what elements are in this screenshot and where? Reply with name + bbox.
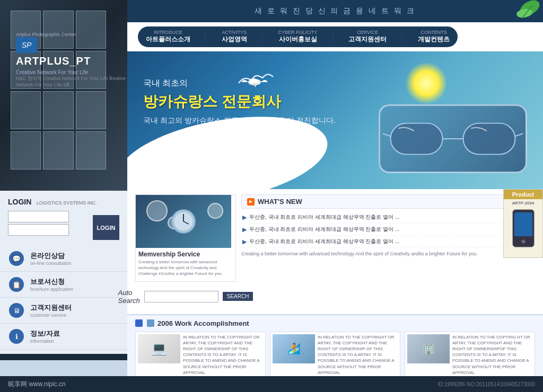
svg-line-9 [515, 133, 523, 136]
news-text-1: 두산중, 국내 최초로 리비아 세계최대급 해상무역 진출로 열어 ... [249, 213, 507, 221]
svg-line-8 [383, 133, 391, 136]
tagline: Creative Network For Your Life [16, 69, 127, 75]
work-icon-2 [147, 319, 154, 327]
window-cell [76, 91, 106, 129]
hero-highlight: 방카슈랑스 전문회사 [143, 92, 336, 112]
product-image [506, 207, 540, 250]
brochure-icon-box: 📋 [8, 276, 25, 293]
news-text-3: 두산중, 국내 최초로 리비아 세계최대급 해상무역 진출로 열어 ... [249, 238, 507, 245]
nav-ko-activity: 사업영역 [222, 35, 247, 44]
menu-en-consultation: on-line consultation [30, 261, 72, 266]
login-section: LOGIN LOGISTICS SYSTEMS INC. LOGIN [0, 191, 127, 242]
side-menu: 💬 온라인상담 on-line consultation 📋 브로셔신청 bro… [0, 242, 127, 354]
nav-ko-introduce: 아트플러스소개 [146, 35, 190, 44]
nav-en-contents: CONTENTS [418, 30, 450, 35]
news-item-1[interactable]: ▶ 두산중, 국내 최초로 리비아 세계최대급 해상무역 진출로 열어 ... … [241, 211, 535, 224]
menu-item-info[interactable]: ℹ 정보/자료 information [0, 324, 127, 350]
login-pw-input[interactable] [8, 224, 69, 236]
main-area: 새 로 워 진 당 신 의 금 융 네 트 워 크 INTRODUCE 아트플러… [127, 0, 543, 392]
nav-ko-cyber: 사이버홍보실 [278, 35, 318, 44]
leaf-decoration [509, 0, 540, 26]
content-area: Memvership Service Creating a better tom… [127, 189, 543, 314]
login-title: LOGIN [8, 198, 31, 206]
customer-icon-box: 🖥 [8, 302, 25, 319]
hero-nav: INTRODUCE 아트플러스소개 │ ACTIVITYS 사업영역 │ CYB… [127, 22, 543, 51]
nav-item-activity[interactable]: ACTIVITYS 사업영역 [222, 30, 247, 44]
window-cell [43, 91, 73, 129]
bottom-logo: 昵享网 www.nipic.cn [8, 380, 66, 389]
work-thumb-laptop: 💻 [138, 334, 180, 363]
hero-nav-pill: INTRODUCE 아트플러스소개 │ ACTIVITYS 사업영역 │ CYB… [138, 26, 458, 47]
whats-new-icon: ▶ [247, 198, 255, 206]
news-item-2[interactable]: ▶ 두산중, 국내 최초로 리비아 세계최대급 해상무역 진출로 열어 ... … [241, 224, 535, 236]
consultation-icon: 💬 [9, 251, 24, 266]
nav-item-cervice[interactable]: CERVICE 고객지원센터 [348, 30, 387, 44]
glasses-visual [379, 104, 527, 173]
hero-banner: 국내 최초의 방카슈랑스 전문회사 국내 최고의 방카슈랑스 전문회사로 한걸음… [127, 51, 543, 189]
auto-search-input[interactable] [144, 291, 218, 302]
window-cell [11, 131, 41, 170]
nav-item-introduce[interactable]: INTRODUCE 아트플러스소개 [146, 30, 190, 44]
nav-divider-3: │ [331, 33, 336, 41]
customer-icon: 🖥 [9, 303, 24, 318]
nav-en-cervice: CERVICE [348, 30, 387, 35]
membership-image [136, 195, 231, 248]
nav-item-contents[interactable]: CONTENTS 개발컨텐츠 [418, 30, 450, 44]
nav-ko-contents: 개발컨텐츠 [418, 35, 450, 44]
nav-en-activity: ACTIVITYS [222, 30, 247, 35]
menu-item-customer[interactable]: 🖥 고객지원센터 customer cervice [0, 298, 127, 324]
work-title: 2006 Work Accomplishment [157, 319, 249, 327]
top-nav-text: 새 로 워 진 당 신 의 금 융 네 트 워 크 [255, 6, 416, 16]
news-text-2: 두산중, 국내 최초로 리비아 세계최대급 해상무역 진출로 열어 ... [249, 226, 507, 233]
logo-sub: H&C 창의적 Creative Network For Your Life Ⅱ… [16, 75, 127, 87]
nav-en-introduce: INTRODUCE [146, 30, 190, 35]
auto-search-label: Auto Search [118, 289, 140, 305]
menu-item-brochure[interactable]: 📋 브로셔신청 brochure application [0, 272, 127, 298]
news-bullet-3: ▶ [242, 238, 247, 245]
work-thumb-building: 🏢 [407, 334, 450, 363]
window-cell [76, 131, 106, 170]
work-header: 2006 Work Accomplishment [135, 319, 535, 327]
product-id: ARTP-2094 [504, 199, 542, 207]
whats-new-title: WHAT'S NEW [258, 198, 508, 206]
logo-icon: SP [16, 37, 37, 53]
right-content: ▶ WHAT'S NEW MORE ▶ ▶ 두산중, 국내 최초로 리비아 세계… [241, 194, 535, 309]
left-content: Memvership Service Creating a better tom… [135, 194, 236, 309]
svg-rect-15 [514, 212, 532, 236]
nav-item-cyber[interactable]: CYBER PULICITY 사이버홍보실 [278, 30, 318, 44]
hero-sun [405, 62, 448, 104]
work-text-3: IN RELATION TO THE COPYRIG HT OR ARTAY, … [452, 334, 532, 376]
news-description: Creating a better tomorrow with advanced… [241, 251, 535, 257]
menu-ko-info: 정보/자료 [30, 329, 60, 338]
menu-text-customer: 고객지원센터 customer cervice [30, 303, 72, 318]
product-label: Product [504, 190, 542, 199]
news-item-3[interactable]: ▶ 두산중, 국내 최초로 리비아 세계최대급 해상무역 진출로 열어 ... … [241, 236, 535, 248]
auto-search-bar: Auto Search SEARCH [135, 284, 236, 309]
bottom-bar: 昵享网 www.nipic.cn ID:1999286 NO:201105141… [0, 376, 543, 392]
membership-card: Memvership Service Creating a better tom… [135, 194, 236, 282]
bubble-1 [146, 200, 168, 221]
menu-en-info: information [30, 338, 60, 344]
nav-divider-2: │ [260, 33, 265, 41]
product-panel: Product ARTP-2094 [503, 189, 543, 258]
login-button[interactable]: LOGIN [93, 215, 119, 240]
login-row: LOGIN [8, 211, 119, 236]
login-id-input[interactable] [8, 211, 69, 222]
menu-ko-consultation: 온라인상담 [30, 251, 72, 261]
top-nav: 새 로 워 진 당 신 의 금 융 네 트 워 크 [127, 0, 543, 22]
nav-en-cyber: CYBER PULICITY [278, 30, 318, 35]
menu-ko-brochure: 브로셔신청 [30, 277, 73, 287]
menu-text-brochure: 브로셔신청 brochure application [30, 277, 73, 292]
bottom-id: ID:1999286 NO:20110514100405273000 [438, 381, 536, 387]
login-company: LOGISTICS SYSTEMS INC. [37, 200, 97, 206]
news-bullet-1: ▶ [242, 214, 247, 221]
nav-divider-4: │ [400, 33, 405, 41]
work-thumb-action: 🏄 [273, 334, 315, 363]
menu-ko-customer: 고객지원센터 [30, 303, 72, 313]
menu-en-customer: customer cervice [30, 313, 72, 318]
work-icon [135, 319, 143, 327]
news-bullet-2: ▶ [242, 226, 247, 233]
brand-name: ARTPLUS_PT [16, 55, 127, 67]
nav-divider-1: │ [204, 33, 208, 41]
menu-item-consultation[interactable]: 💬 온라인상담 on-line consultation [0, 246, 127, 272]
